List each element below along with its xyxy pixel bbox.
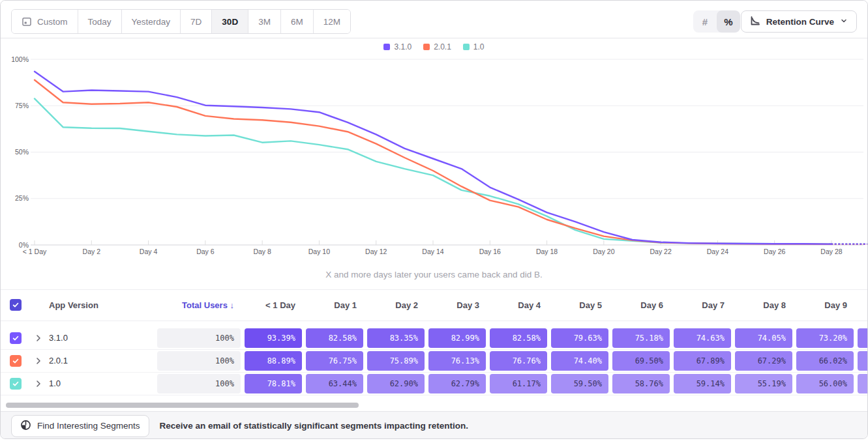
column-header-day-8[interactable]: Day 8 (735, 290, 786, 321)
retention-cell[interactable]: 59.14% (674, 374, 731, 393)
retention-cell[interactable]: 67.29% (735, 351, 792, 371)
range-button-3m[interactable]: 3M (248, 10, 281, 33)
range-button-label: Yesterday (132, 17, 171, 27)
horizontal-scrollbar-track[interactable] (1, 399, 867, 411)
retention-cell-clipped[interactable] (858, 351, 868, 371)
total-users-cell: 100% (157, 328, 241, 348)
retention-cell[interactable]: 93.39% (245, 328, 302, 348)
retention-cell[interactable]: 82.99% (428, 328, 486, 348)
x-axis-label: Day 12 (365, 248, 387, 255)
series-line-2.0.1[interactable] (35, 80, 831, 244)
retention-cell[interactable]: 76.76% (490, 351, 547, 371)
retention-cell[interactable]: 69.50% (612, 351, 670, 371)
chevron-right-icon[interactable] (33, 356, 44, 366)
x-axis-label: Day 2 (83, 248, 101, 255)
retention-cell-clipped[interactable] (858, 328, 868, 348)
find-interesting-segments-button[interactable]: Find Interesting Segments (11, 415, 149, 437)
column-header-day-9[interactable]: Day 9 (796, 290, 847, 321)
column-header-total-users[interactable]: Total Users ↓ (157, 290, 234, 321)
x-axis-label: Day 24 (707, 248, 728, 255)
column-header-day-4[interactable]: Day 4 (490, 290, 541, 321)
calendar-icon (22, 16, 32, 27)
retention-cell[interactable]: 74.05% (735, 328, 792, 348)
retention-cell[interactable]: 61.17% (490, 374, 547, 393)
retention-cell[interactable]: 82.58% (490, 328, 547, 348)
range-button-6m[interactable]: 6M (281, 10, 314, 33)
column-header-day-2[interactable]: Day 2 (367, 290, 418, 321)
column-header-day-3[interactable]: Day 3 (428, 290, 479, 321)
chart-type-dropdown[interactable]: Retention Curve (741, 10, 857, 33)
column-header--1-day[interactable]: < 1 Day (245, 290, 295, 321)
x-axis-label: Day 6 (196, 248, 215, 255)
x-axis-label: < 1 Day (23, 248, 47, 255)
chart-region: 3.1.02.0.11.0 0%25%50%75%100%< 1 DayDay … (1, 38, 867, 289)
row-checkbox-3.1.0[interactable] (10, 332, 22, 344)
column-header-day-7[interactable]: Day 7 (674, 290, 725, 321)
range-button-custom[interactable]: Custom (12, 10, 78, 33)
column-header-day-5[interactable]: Day 5 (551, 290, 602, 321)
retention-cell[interactable]: 79.63% (551, 328, 608, 348)
retention-cell[interactable]: 74.40% (551, 351, 608, 371)
percent-icon[interactable]: % (717, 10, 740, 33)
range-button-30d[interactable]: 30D (212, 10, 248, 33)
retention-curve-icon (750, 16, 760, 28)
check-icon (12, 334, 20, 342)
retention-cell[interactable]: 73.20% (796, 328, 854, 348)
segments-icon (20, 420, 31, 433)
retention-cell[interactable]: 62.79% (428, 374, 486, 393)
series-line-3.1.0[interactable] (35, 72, 831, 244)
retention-cell[interactable]: 88.89% (245, 351, 302, 371)
row-label: 3.1.0 (49, 327, 68, 349)
table-row-1.0: 1.0100%78.81%63.44%62.90%62.79%61.17%59.… (1, 373, 867, 395)
retention-cell[interactable]: 76.75% (306, 351, 363, 371)
chevron-right-icon[interactable] (33, 379, 44, 389)
retention-cell[interactable]: 78.81% (245, 374, 302, 393)
retention-cell[interactable]: 75.18% (612, 328, 670, 348)
retention-cell[interactable]: 83.35% (367, 328, 425, 348)
row-label: 2.0.1 (49, 350, 68, 372)
retention-cell[interactable]: 66.02% (796, 351, 854, 371)
table-row-2.0.1: 2.0.1100%88.89%76.75%75.89%76.13%76.76%7… (1, 350, 867, 373)
select-all-checkbox[interactable] (10, 299, 22, 311)
retention-cell[interactable]: 56.00% (796, 374, 854, 393)
chart-type-label: Retention Curve (766, 17, 834, 27)
table-row-3.1.0: 3.1.0100%93.39%82.58%83.35%82.99%82.58%7… (1, 327, 867, 350)
retention-cell[interactable]: 74.63% (674, 328, 731, 348)
y-axis-label: 75% (15, 102, 29, 109)
retention-cell[interactable]: 58.76% (612, 374, 670, 393)
retention-cell-clipped[interactable] (858, 374, 868, 393)
range-button-today[interactable]: Today (78, 10, 122, 33)
hash-icon[interactable]: # (693, 10, 717, 33)
x-axis-label: Day 20 (593, 248, 614, 255)
date-range-group: CustomTodayYesterday7D30D3M6M12M (11, 9, 351, 34)
retention-table: App Version Total Users ↓ < 1 DayDay 1Da… (1, 289, 867, 395)
row-checkbox-1.0[interactable] (10, 378, 22, 390)
chevron-right-icon[interactable] (33, 333, 44, 343)
range-button-7d[interactable]: 7D (181, 10, 212, 33)
retention-cell[interactable]: 67.89% (674, 351, 731, 371)
y-axis-label: 100% (11, 55, 29, 63)
retention-cell[interactable]: 62.90% (367, 374, 425, 393)
retention-cell[interactable]: 55.19% (735, 374, 792, 393)
retention-cell[interactable]: 82.58% (306, 328, 363, 348)
horizontal-scrollbar-thumb[interactable] (6, 403, 359, 408)
retention-cell[interactable]: 63.44% (306, 374, 363, 393)
total-users-cell: 100% (157, 351, 241, 371)
range-button-yesterday[interactable]: Yesterday (122, 10, 181, 33)
retention-cell[interactable]: 76.13% (428, 351, 486, 371)
chart-caption: X and more days later your users came ba… (1, 270, 867, 279)
retention-report-widget: CustomTodayYesterday7D30D3M6M12M #% Rete… (0, 0, 868, 439)
retention-cell[interactable]: 59.50% (551, 374, 608, 393)
y-axis-label: 25% (15, 194, 29, 202)
range-button-12m[interactable]: 12M (314, 10, 350, 33)
x-axis-label: Day 18 (536, 248, 558, 255)
row-checkbox-2.0.1[interactable] (10, 355, 22, 367)
x-axis-label: Day 16 (479, 248, 501, 255)
row-label: 1.0 (49, 373, 61, 395)
check-icon (12, 301, 20, 309)
range-button-label: Custom (37, 17, 68, 27)
x-axis-label: Day 14 (422, 248, 443, 255)
column-header-day-6[interactable]: Day 6 (612, 290, 663, 321)
column-header-day-1[interactable]: Day 1 (306, 290, 357, 321)
retention-cell[interactable]: 75.89% (367, 351, 425, 371)
